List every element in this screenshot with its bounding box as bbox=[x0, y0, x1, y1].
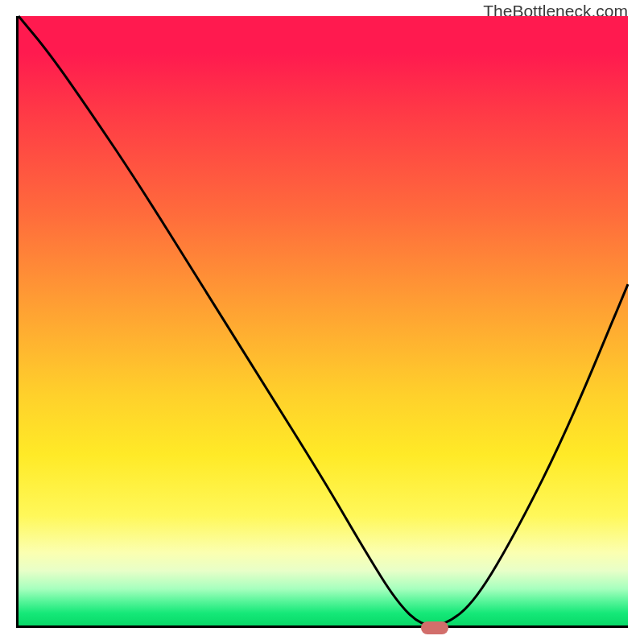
bottleneck-curve bbox=[19, 16, 628, 625]
optimal-marker bbox=[421, 621, 448, 634]
plot-area bbox=[16, 16, 628, 628]
chart-frame: TheBottleneck.com bbox=[0, 0, 644, 644]
